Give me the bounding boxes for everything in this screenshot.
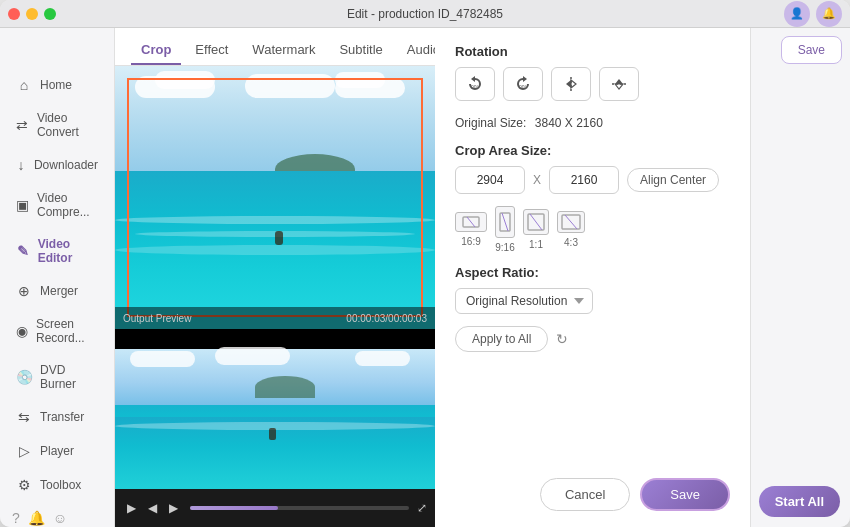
help-icon[interactable]: ? — [12, 510, 20, 526]
tab-crop[interactable]: Crop — [131, 36, 181, 65]
rotate-ccw-button[interactable]: 90° — [455, 67, 495, 101]
sidebar-label-convert: Video Convert — [37, 111, 98, 139]
smiley-icon[interactable]: ☺ — [53, 510, 67, 526]
toolbox-icon: ⚙ — [16, 477, 32, 493]
preset-9-16[interactable]: 9:16 — [495, 206, 515, 253]
sidebar-item-video-convert[interactable]: ⇄ Video Convert — [4, 103, 110, 147]
traffic-lights — [8, 8, 56, 20]
preset-4-3[interactable]: 4:3 — [557, 211, 585, 248]
svg-line-5 — [467, 217, 475, 227]
sidebar-item-toolbox[interactable]: ⚙ Toolbox — [4, 469, 110, 501]
crop-separator: X — [533, 173, 541, 187]
minimize-button[interactable] — [26, 8, 38, 20]
sidebar-item-player[interactable]: ▷ Player — [4, 435, 110, 467]
compress-icon: ▣ — [16, 197, 29, 213]
save-button[interactable]: Save — [640, 478, 730, 511]
svg-text:90°: 90° — [519, 84, 527, 90]
tab-effect[interactable]: Effect — [185, 36, 238, 65]
next-frame-button[interactable]: ▶ — [165, 499, 182, 517]
refresh-icon[interactable]: ↻ — [556, 331, 568, 347]
timestamp-display: 00:00:03/00:00:03 — [346, 313, 427, 324]
bell-icon[interactable]: 🔔 — [28, 510, 45, 526]
sidebar-label-transfer: Transfer — [40, 410, 84, 424]
preset-4-3-label: 4:3 — [564, 237, 578, 248]
preset-1-1-icon — [523, 209, 549, 235]
align-center-button[interactable]: Align Center — [627, 168, 719, 192]
preset-9-16-icon — [495, 206, 515, 238]
prev-frame-button[interactable]: ◀ — [144, 499, 161, 517]
editor-icon: ✎ — [16, 243, 30, 259]
original-size-section: Original Size: 3840 X 2160 — [455, 113, 730, 131]
fullscreen-button[interactable] — [44, 8, 56, 20]
sidebar: ⌂ Home ⇄ Video Convert ↓ Downloader ▣ Vi… — [0, 28, 115, 527]
start-all-button[interactable]: Start All — [759, 486, 840, 517]
progress-fill — [190, 506, 278, 510]
download-icon: ↓ — [16, 157, 26, 173]
sidebar-item-screen-record[interactable]: ◉ Screen Record... — [4, 309, 110, 353]
rotation-buttons: 90° 90° — [455, 67, 730, 101]
sidebar-item-downloader[interactable]: ↓ Downloader — [4, 149, 110, 181]
sidebar-label-toolbox: Toolbox — [40, 478, 81, 492]
tab-watermark[interactable]: Watermark — [242, 36, 325, 65]
sidebar-item-merger[interactable]: ⊕ Merger — [4, 275, 110, 307]
right-sidebar: Save — [750, 28, 850, 527]
preset-1-1-label: 1:1 — [529, 239, 543, 250]
sidebar-label-compress: Video Compre... — [37, 191, 98, 219]
crop-area-label: Crop Area Size: — [455, 143, 730, 158]
close-button[interactable] — [8, 8, 20, 20]
sidebar-label-dvd: DVD Burner — [40, 363, 98, 391]
svg-text:90°: 90° — [471, 84, 479, 90]
sidebar-item-video-editor[interactable]: ✎ Video Editor — [4, 229, 110, 273]
notification-icon[interactable]: 🔔 — [816, 1, 842, 27]
original-size-value: 3840 X 2160 — [535, 116, 603, 130]
crop-width-input[interactable] — [455, 166, 525, 194]
apply-row: Apply to All ↻ — [455, 326, 730, 352]
controls-panel: Rotation 90° 90° — [435, 28, 750, 527]
top-right-icons: 👤 🔔 — [784, 1, 842, 27]
rotate-cw-button[interactable]: 90° — [503, 67, 543, 101]
sidebar-item-dvd-burner[interactable]: 💿 DVD Burner — [4, 355, 110, 399]
edit-dialog: Crop Effect Watermark Subtitle Audio — [115, 28, 750, 527]
letterbox-top — [115, 329, 435, 349]
flip-vertical-button[interactable] — [599, 67, 639, 101]
sidebar-label-merger: Merger — [40, 284, 78, 298]
svg-line-9 — [530, 214, 542, 230]
progress-bar[interactable] — [190, 506, 409, 510]
aspect-ratio-section: Aspect Ratio: Original Resolution 16:9 9… — [455, 265, 730, 314]
rotation-label: Rotation — [455, 44, 730, 59]
preset-16-9[interactable]: 16:9 — [455, 212, 487, 247]
svg-line-11 — [565, 215, 577, 229]
tabs-bar: Crop Effect Watermark Subtitle Audio — [115, 28, 435, 66]
output-preview-label: Output Preview — [123, 313, 191, 324]
original-size-label: Original Size: — [455, 116, 526, 130]
video-preview-top: Output Preview 00:00:03/00:00:03 — [115, 66, 435, 329]
play-button[interactable]: ▶ — [123, 499, 140, 517]
transfer-icon: ⇆ — [16, 409, 32, 425]
window-title: Edit - production ID_4782485 — [347, 7, 503, 21]
home-icon: ⌂ — [16, 77, 32, 93]
sidebar-item-home[interactable]: ⌂ Home — [4, 69, 110, 101]
crop-height-input[interactable] — [549, 166, 619, 194]
save-top-button[interactable]: Save — [781, 36, 842, 64]
main-window: Edit - production ID_4782485 👤 🔔 ⌂ Home … — [0, 0, 850, 527]
bottom-buttons: Cancel Save — [455, 468, 730, 511]
aspect-ratio-label: Aspect Ratio: — [455, 265, 730, 280]
controls-bar: ▶ ◀ ▶ ⤢ — [115, 489, 435, 527]
sidebar-bottom: ? 🔔 ☺ — [0, 502, 114, 527]
cancel-button[interactable]: Cancel — [540, 478, 630, 511]
user-icon[interactable]: 👤 — [784, 1, 810, 27]
apply-to-all-button[interactable]: Apply to All — [455, 326, 548, 352]
player-icon: ▷ — [16, 443, 32, 459]
flip-horizontal-button[interactable] — [551, 67, 591, 101]
aspect-ratio-select[interactable]: Original Resolution 16:9 9:16 4:3 1:1 21… — [455, 288, 593, 314]
tab-subtitle[interactable]: Subtitle — [329, 36, 392, 65]
record-icon: ◉ — [16, 323, 28, 339]
sidebar-label-player: Player — [40, 444, 74, 458]
sidebar-item-transfer[interactable]: ⇆ Transfer — [4, 401, 110, 433]
preset-1-1[interactable]: 1:1 — [523, 209, 549, 250]
sidebar-item-video-compress[interactable]: ▣ Video Compre... — [4, 183, 110, 227]
merger-icon: ⊕ — [16, 283, 32, 299]
expand-button[interactable]: ⤢ — [417, 501, 427, 515]
crop-area-section: Crop Area Size: X Align Center — [455, 143, 730, 194]
preset-9-16-label: 9:16 — [495, 242, 514, 253]
